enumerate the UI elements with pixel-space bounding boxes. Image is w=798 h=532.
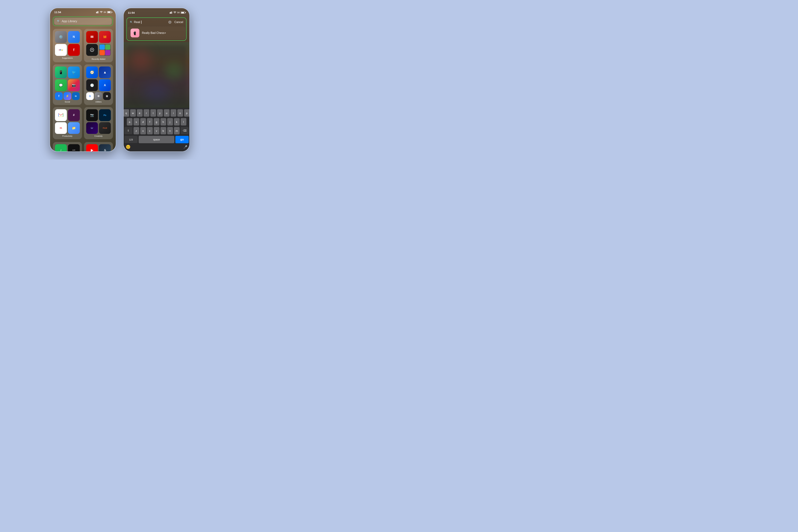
key-numbers[interactable]: 123 [124,136,138,143]
key-u[interactable]: u [164,109,170,117]
app-ebay[interactable]: eBay [55,44,67,56]
app-camera[interactable]: 📷 [86,109,98,121]
app-messages[interactable]: 💬 [55,79,67,91]
search-bar-2[interactable]: 🔍 Real ✕ Cancel [128,19,185,26]
status-time-2: 11:54 [128,11,135,14]
key-k[interactable]: k [174,118,179,126]
folder-label-recently: Recently Added [86,58,111,60]
app-flipboard[interactable]: f [68,44,80,56]
svg-rect-0 [96,12,97,13]
cancel-button[interactable]: Cancel [174,21,183,24]
app-gmail[interactable] [55,109,67,121]
app-google[interactable]: G [86,92,94,100]
key-g[interactable]: g [154,118,159,126]
search-bar-1[interactable]: 🔍 App Library [54,18,112,25]
key-l[interactable]: l [181,118,186,126]
key-w[interactable]: w [130,109,136,117]
folder-utilities[interactable]: 🧭 ▲ 🕐 A G ⚙ ⊞ Utilities [84,64,113,105]
key-v[interactable]: v [154,127,159,134]
app-photoshop[interactable]: Ps [99,109,111,121]
search-highlight-box-2[interactable]: 🔍 Real ✕ Cancel [127,17,187,41]
app-royalmail[interactable]: ✉ [86,31,98,43]
app-vpn[interactable]: ▲ [99,66,111,78]
key-c[interactable]: c [147,127,153,134]
key-a[interactable]: a [127,118,132,126]
key-z[interactable]: z [134,127,139,134]
app-slack[interactable]: # [68,109,80,121]
folder-recently-added[interactable]: ✉ M Recently Added [84,29,113,62]
search-icon-1: 🔍 [57,20,60,23]
key-r[interactable]: r [144,109,149,117]
search-placeholder-1: App Library [62,19,77,23]
app-fuji[interactable]: FUJI [99,122,111,134]
key-b[interactable]: b [160,127,166,134]
app-gnews[interactable]: N [68,31,80,43]
key-e[interactable]: e [137,109,142,117]
app-steam[interactable]: ♨ [99,144,111,152]
app-clock[interactable]: 🕐 [86,79,98,91]
app-whatsapp[interactable]: 📱 [55,66,67,78]
folder-social[interactable]: 📱 🐦 💬 📷 f ⚡ in Social [53,64,82,105]
key-q[interactable]: q [124,109,129,117]
app-files[interactable]: 📁 [68,122,80,134]
key-t[interactable]: t [150,109,156,117]
key-backspace[interactable]: ⌫ [181,127,189,134]
app-lightroom[interactable]: Lr [86,122,98,134]
key-j[interactable]: j [167,118,173,126]
app-settings2[interactable]: ⚙ [95,92,102,100]
mic-key[interactable]: 🎤 [183,145,187,149]
key-y[interactable]: y [157,109,163,117]
key-f[interactable]: f [147,118,153,126]
app-messenger[interactable]: ⚡ [63,92,71,100]
keyboard[interactable]: q w e r t y u i o p a s d f g h j k [124,108,189,151]
key-d[interactable]: d [140,118,146,126]
app-appstore[interactable]: A [99,79,111,91]
key-n[interactable]: n [167,127,173,134]
folder-productivity[interactable]: # 31 📁 Productivity [53,107,82,139]
svg-rect-2 [97,11,98,13]
app-safari[interactable]: 🧭 [86,66,98,78]
folder-music[interactable]: ♪ AVR ♫ b [53,142,82,152]
folder-creativity[interactable]: 📷 Ps Lr FUJI Creativity [84,107,113,139]
search-result-row[interactable]: Really Bad Chess+ [128,26,185,40]
app-facebook[interactable]: f [55,92,63,100]
signal-grid-icon-2 [170,12,172,14]
key-x[interactable]: x [140,127,146,134]
app-mcdonalds[interactable]: M [99,31,111,43]
svg-point-11 [134,34,136,35]
bottom-folders: ♪ AVR ♫ b ▶ ♨ N ★ [50,140,116,152]
key-i[interactable]: i [171,109,176,117]
keyboard-row-3: ⇧ z x c v b n m ⌫ [124,127,189,134]
battery-icon-1 [107,11,112,13]
key-space[interactable]: space [139,136,174,143]
app-settings[interactable]: ⚙️ [55,31,67,43]
app-instagram[interactable]: 📷 [68,79,80,91]
search-input-area[interactable]: 🔍 Real [130,20,167,24]
key-s[interactable]: s [134,118,139,126]
key-h[interactable]: h [160,118,166,126]
svg-rect-9 [172,12,172,14]
app-youtube[interactable]: ▶ [86,144,98,152]
key-o[interactable]: o [177,109,183,117]
folder-video[interactable]: ▶ ♨ N ★ [84,142,113,152]
status-bar-1: 11:54 84 [50,8,116,15]
search-highlight-box-1[interactable]: 🔍 App Library [53,17,113,26]
key-go[interactable]: go [175,136,189,143]
app-topaz[interactable] [86,44,98,56]
app-denon[interactable]: AVR [68,144,80,152]
folder-label-suggestions: Suggestions [55,57,80,59]
app-grid-icon[interactable]: ⊞ [103,92,111,100]
key-shift[interactable]: ⇧ [124,127,132,134]
app-spotify[interactable]: ♪ [55,144,67,152]
search-clear-button[interactable]: ✕ [168,21,171,24]
battery-label-1: 84 [104,11,106,14]
app-calendar[interactable]: 31 [55,122,67,134]
key-p[interactable]: p [184,109,190,117]
emoji-key[interactable]: 😊 [126,145,131,149]
keyboard-row-1: q w e r t y u i o p [124,109,189,117]
folder-label-productivity: Productivity [55,135,80,137]
app-twitter[interactable]: 🐦 [68,66,80,78]
folder-suggestions[interactable]: ⚙️ N eBay f Suggestions [53,29,82,62]
app-linkedin[interactable]: in [72,92,80,100]
key-m[interactable]: m [174,127,179,134]
